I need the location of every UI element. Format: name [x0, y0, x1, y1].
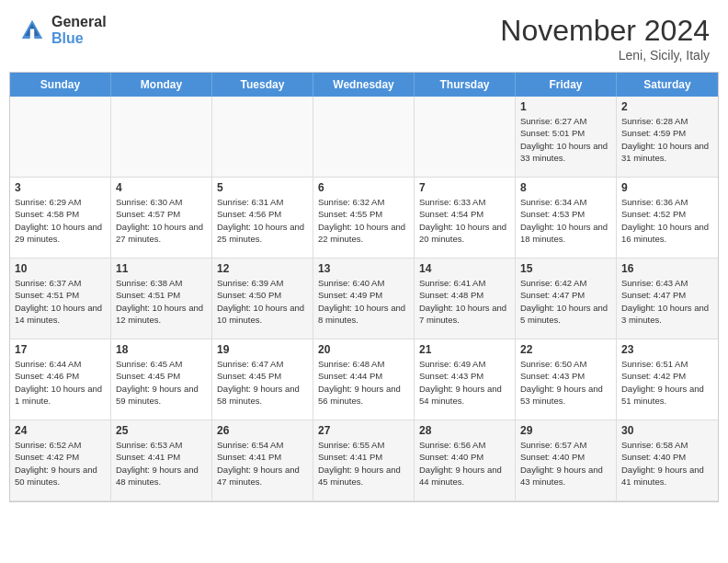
table-row: 30 Sunrise: 6:58 AMSunset: 4:40 PMDaylig…: [617, 420, 718, 501]
day-info: Sunrise: 6:52 AMSunset: 4:42 PMDaylight:…: [15, 439, 106, 488]
calendar: Sunday Monday Tuesday Wednesday Thursday…: [9, 72, 719, 502]
day-number: 17: [15, 343, 106, 356]
table-row: 26 Sunrise: 6:54 AMSunset: 4:41 PMDaylig…: [212, 420, 313, 501]
table-row: 10 Sunrise: 6:37 AMSunset: 4:51 PMDaylig…: [10, 259, 111, 339]
day-info: Sunrise: 6:44 AMSunset: 4:46 PMDaylight:…: [15, 358, 106, 407]
calendar-header: Sunday Monday Tuesday Wednesday Thursday…: [10, 73, 718, 97]
day-number: 8: [520, 181, 611, 194]
day-info: Sunrise: 6:47 AMSunset: 4:45 PMDaylight:…: [217, 358, 308, 407]
logo-blue-text: Blue: [51, 30, 107, 47]
table-row: 15 Sunrise: 6:42 AMSunset: 4:47 PMDaylig…: [516, 259, 617, 339]
day-number: 1: [520, 100, 611, 113]
header-sunday: Sunday: [10, 73, 111, 97]
day-info: Sunrise: 6:40 AMSunset: 4:49 PMDaylight:…: [318, 277, 409, 326]
page-header: General Blue November 2024 Leni, Sicily,…: [0, 0, 728, 72]
month-title: November 2024: [500, 14, 710, 48]
day-info: Sunrise: 6:32 AMSunset: 4:55 PMDaylight:…: [318, 196, 409, 245]
day-number: 29: [520, 424, 611, 437]
day-number: 5: [217, 181, 308, 194]
day-info: Sunrise: 6:43 AMSunset: 4:47 PMDaylight:…: [621, 277, 713, 326]
day-number: 27: [318, 424, 409, 437]
day-number: 2: [621, 100, 713, 113]
table-row: 19 Sunrise: 6:47 AMSunset: 4:45 PMDaylig…: [212, 339, 313, 420]
day-info: Sunrise: 6:31 AMSunset: 4:56 PMDaylight:…: [217, 196, 308, 245]
logo-icon: [18, 17, 46, 44]
table-row: 25 Sunrise: 6:53 AMSunset: 4:41 PMDaylig…: [111, 420, 212, 501]
day-number: 14: [419, 262, 510, 275]
day-info: Sunrise: 6:33 AMSunset: 4:54 PMDaylight:…: [419, 196, 510, 245]
table-row: [111, 97, 212, 178]
table-row: 7 Sunrise: 6:33 AMSunset: 4:54 PMDayligh…: [415, 178, 516, 259]
table-row: 18 Sunrise: 6:45 AMSunset: 4:45 PMDaylig…: [111, 339, 212, 420]
table-row: 29 Sunrise: 6:57 AMSunset: 4:40 PMDaylig…: [516, 420, 617, 501]
day-info: Sunrise: 6:37 AMSunset: 4:51 PMDaylight:…: [15, 277, 106, 326]
day-number: 19: [217, 343, 308, 356]
day-info: Sunrise: 6:41 AMSunset: 4:48 PMDaylight:…: [419, 277, 510, 326]
day-number: 6: [318, 181, 409, 194]
day-info: Sunrise: 6:51 AMSunset: 4:42 PMDaylight:…: [621, 358, 713, 407]
table-row: 5 Sunrise: 6:31 AMSunset: 4:56 PMDayligh…: [212, 178, 313, 259]
day-info: Sunrise: 6:50 AMSunset: 4:43 PMDaylight:…: [520, 358, 611, 407]
day-number: 12: [217, 262, 308, 275]
day-info: Sunrise: 6:39 AMSunset: 4:50 PMDaylight:…: [217, 277, 308, 326]
page-container: General Blue November 2024 Leni, Sicily,…: [0, 0, 728, 502]
logo-text: General Blue: [51, 14, 107, 47]
header-thursday: Thursday: [415, 73, 516, 97]
day-info: Sunrise: 6:48 AMSunset: 4:44 PMDaylight:…: [318, 358, 409, 407]
day-info: Sunrise: 6:29 AMSunset: 4:58 PMDaylight:…: [15, 196, 106, 245]
table-row: 22 Sunrise: 6:50 AMSunset: 4:43 PMDaylig…: [516, 339, 617, 420]
header-friday: Friday: [516, 73, 617, 97]
day-info: Sunrise: 6:53 AMSunset: 4:41 PMDaylight:…: [116, 439, 207, 488]
day-number: 22: [520, 343, 611, 356]
table-row: 8 Sunrise: 6:34 AMSunset: 4:53 PMDayligh…: [516, 178, 617, 259]
day-info: Sunrise: 6:27 AMSunset: 5:01 PMDaylight:…: [520, 115, 611, 164]
header-tuesday: Tuesday: [212, 73, 313, 97]
location: Leni, Sicily, Italy: [500, 48, 710, 63]
table-row: 3 Sunrise: 6:29 AMSunset: 4:58 PMDayligh…: [10, 178, 111, 259]
day-info: Sunrise: 6:45 AMSunset: 4:45 PMDaylight:…: [116, 358, 207, 407]
day-info: Sunrise: 6:30 AMSunset: 4:57 PMDaylight:…: [116, 196, 207, 245]
table-row: 16 Sunrise: 6:43 AMSunset: 4:47 PMDaylig…: [617, 259, 718, 339]
table-row: 14 Sunrise: 6:41 AMSunset: 4:48 PMDaylig…: [415, 259, 516, 339]
table-row: 12 Sunrise: 6:39 AMSunset: 4:50 PMDaylig…: [212, 259, 313, 339]
day-info: Sunrise: 6:34 AMSunset: 4:53 PMDaylight:…: [520, 196, 611, 245]
table-row: [415, 97, 516, 178]
title-area: November 2024 Leni, Sicily, Italy: [500, 14, 710, 63]
day-number: 7: [419, 181, 510, 194]
day-number: 23: [621, 343, 713, 356]
table-row: 27 Sunrise: 6:55 AMSunset: 4:41 PMDaylig…: [313, 420, 415, 501]
table-row: 28 Sunrise: 6:56 AMSunset: 4:40 PMDaylig…: [415, 420, 516, 501]
day-number: 3: [15, 181, 106, 194]
table-row: 20 Sunrise: 6:48 AMSunset: 4:44 PMDaylig…: [313, 339, 415, 420]
table-row: 13 Sunrise: 6:40 AMSunset: 4:49 PMDaylig…: [313, 259, 415, 339]
day-info: Sunrise: 6:38 AMSunset: 4:51 PMDaylight:…: [116, 277, 207, 326]
table-row: 4 Sunrise: 6:30 AMSunset: 4:57 PMDayligh…: [111, 178, 212, 259]
day-number: 10: [15, 262, 106, 275]
table-row: 21 Sunrise: 6:49 AMSunset: 4:43 PMDaylig…: [415, 339, 516, 420]
day-number: 11: [116, 262, 207, 275]
table-row: [313, 97, 415, 178]
day-info: Sunrise: 6:42 AMSunset: 4:47 PMDaylight:…: [520, 277, 611, 326]
day-number: 13: [318, 262, 409, 275]
day-number: 20: [318, 343, 409, 356]
day-info: Sunrise: 6:49 AMSunset: 4:43 PMDaylight:…: [419, 358, 510, 407]
logo-general-text: General: [51, 14, 107, 30]
table-row: 24 Sunrise: 6:52 AMSunset: 4:42 PMDaylig…: [10, 420, 111, 501]
day-number: 25: [116, 424, 207, 437]
header-monday: Monday: [111, 73, 212, 97]
header-saturday: Saturday: [617, 73, 718, 97]
day-number: 4: [116, 181, 207, 194]
table-row: 17 Sunrise: 6:44 AMSunset: 4:46 PMDaylig…: [10, 339, 111, 420]
table-row: [212, 97, 313, 178]
logo: General Blue: [18, 14, 107, 47]
header-wednesday: Wednesday: [313, 73, 415, 97]
table-row: 1 Sunrise: 6:27 AMSunset: 5:01 PMDayligh…: [516, 97, 617, 178]
day-number: 28: [419, 424, 510, 437]
day-info: Sunrise: 6:57 AMSunset: 4:40 PMDaylight:…: [520, 439, 611, 488]
table-row: 9 Sunrise: 6:36 AMSunset: 4:52 PMDayligh…: [617, 178, 718, 259]
day-number: 16: [621, 262, 713, 275]
day-number: 26: [217, 424, 308, 437]
day-number: 24: [15, 424, 106, 437]
calendar-body: 1 Sunrise: 6:27 AMSunset: 5:01 PMDayligh…: [10, 97, 718, 501]
day-number: 21: [419, 343, 510, 356]
